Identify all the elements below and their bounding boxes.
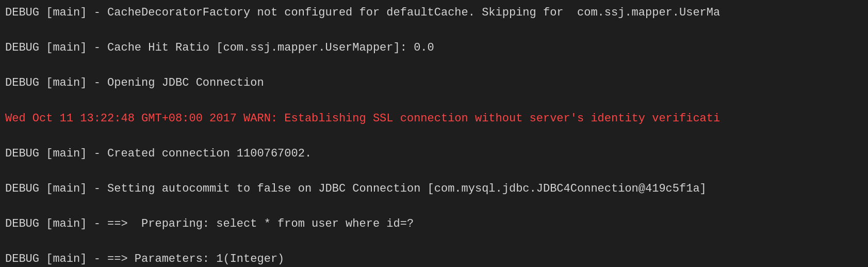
log-line-3: DEBUG [main] - Opening JDBC Connection (5, 74, 863, 92)
log-line-4: Wed Oct 11 13:22:48 GMT+08:00 2017 WARN:… (5, 110, 863, 128)
log-container: DEBUG [main] - CacheDecoratorFactory not… (5, 4, 863, 267)
log-line-8: DEBUG [main] - ==> Parameters: 1(Integer… (5, 250, 863, 267)
log-line-6: DEBUG [main] - Setting autocommit to fal… (5, 180, 863, 198)
log-line-2: DEBUG [main] - Cache Hit Ratio [com.ssj.… (5, 39, 863, 57)
log-line-5: DEBUG [main] - Created connection 110076… (5, 145, 863, 163)
log-line-1: DEBUG [main] - CacheDecoratorFactory not… (5, 4, 863, 22)
log-line-7: DEBUG [main] - ==> Preparing: select * f… (5, 215, 863, 233)
